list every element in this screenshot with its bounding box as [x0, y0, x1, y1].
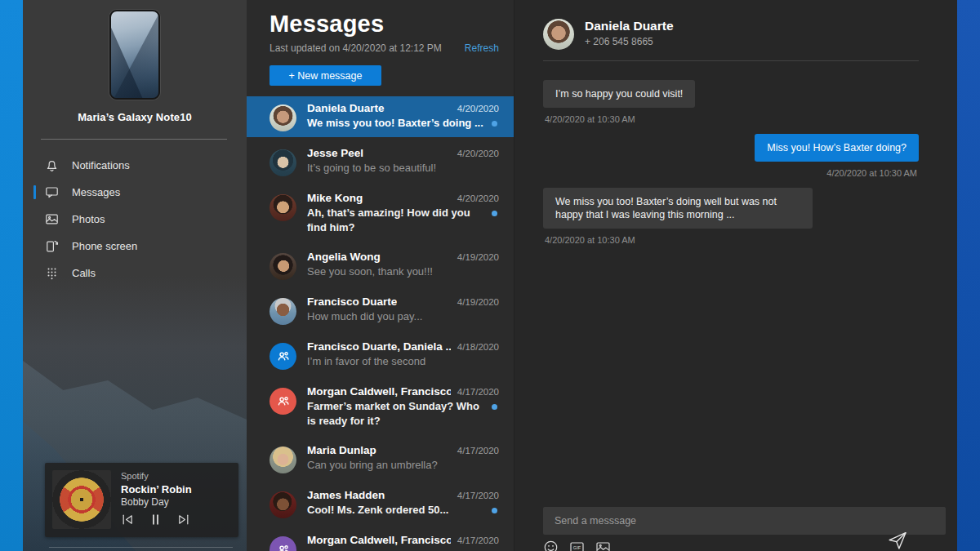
conversation-list[interactable]: Daniela Duarte4/20/2020 We miss you too!… — [247, 96, 514, 551]
conversation-row-maria-dunlap[interactable]: Maria Dunlap4/17/2020 Can you bring an u… — [247, 438, 514, 479]
device-name: Maria’s Galaxy Note10 — [23, 111, 247, 123]
message-timestamp: 4/20/2020 at 10:30 AM — [826, 168, 917, 178]
bell-icon — [45, 158, 59, 172]
selected-accent-bar — [33, 185, 36, 199]
chat-panel: Daniela Duarte + 206 545 8665 I’m so hap… — [514, 0, 957, 551]
conversation-name: James Hadden — [307, 489, 385, 501]
message-thread[interactable]: I’m so happy you could visit! 4/20/2020 … — [514, 61, 957, 255]
conversation-name: Morgan Caldwell, Francisco ... — [307, 385, 451, 398]
sidebar-item-phone-screen[interactable]: Phone screen — [23, 233, 247, 260]
sidebar-item-notifications[interactable]: Notifications — [23, 152, 247, 179]
composer-toolbar: GIF — [543, 540, 611, 551]
conversation-date: 4/20/2020 — [457, 104, 499, 113]
photos-icon — [45, 212, 59, 226]
conversation-date: 4/17/2020 — [457, 535, 499, 545]
desktop-wallpaper-right — [957, 0, 980, 551]
incoming-message-bubble: I’m so happy you could visit! — [543, 80, 695, 108]
sidebar-item-calls[interactable]: Calls — [23, 260, 247, 287]
message-input[interactable] — [543, 515, 946, 527]
conversation-preview: Can you bring an umbrella? — [307, 458, 499, 473]
avatar — [270, 253, 296, 280]
conversation-row-group-francisco-daniela[interactable]: Francisco Duarte, Daniela ...4/18/2020 I… — [247, 335, 514, 375]
message-timestamp: 4/20/2020 at 10:30 AM — [545, 114, 635, 124]
conversation-date: 4/20/2020 — [457, 149, 499, 158]
conversation-row-group-morgan-francisco-2[interactable]: Morgan Caldwell, Francisco ...4/17/2020 … — [247, 528, 514, 551]
sidebar-item-messages[interactable]: Messages — [23, 179, 247, 206]
player-track-title: Rockin’ Robin — [121, 483, 192, 495]
sidebar-divider — [41, 139, 227, 140]
page-title: Messages — [270, 11, 499, 38]
contact-avatar — [543, 19, 574, 50]
conversation-row-james-hadden[interactable]: James Hadden4/17/2020 Cool! Ms. Zenk ord… — [247, 483, 514, 524]
your-phone-app-window: Maria’s Galaxy Note10 Notifications Mess… — [0, 0, 980, 551]
attach-image-icon[interactable] — [595, 540, 611, 551]
sidebar-item-label: Notifications — [72, 159, 130, 171]
chat-header: Daniela Duarte + 206 545 8665 — [514, 0, 957, 50]
unread-dot — [492, 211, 497, 216]
messages-panel: Messages Last updated on 4/20/2020 at 12… — [247, 0, 514, 551]
conversation-name: Maria Dunlap — [307, 444, 376, 456]
sidebar-item-label: Calls — [72, 267, 96, 279]
conversation-name: Angelia Wong — [307, 251, 381, 263]
conversation-date: 4/19/2020 — [457, 252, 499, 262]
conversation-preview: I’m in favor of the second — [307, 354, 499, 369]
conversation-name: Francisco Duarte, Daniela ... — [307, 340, 451, 353]
media-player-card: Spotify Rockin’ Robin Bobby Day — [45, 463, 238, 537]
conversation-preview: Farmer’s market on Sunday? Who is ready … — [307, 399, 492, 429]
conversation-row-angelia-wong[interactable]: Angelia Wong4/19/2020 See you soon, than… — [247, 245, 514, 286]
sidebar-item-label: Messages — [72, 186, 120, 198]
new-message-button[interactable]: + New message — [270, 65, 381, 86]
emoji-icon[interactable] — [543, 540, 559, 551]
conversation-date: 4/20/2020 — [457, 193, 499, 203]
refresh-link[interactable]: Refresh — [465, 42, 499, 54]
group-avatar — [270, 536, 296, 551]
conversation-preview: See you soon, thank you!!! — [307, 264, 499, 279]
conversation-date: 4/17/2020 — [457, 387, 499, 397]
unread-dot — [492, 508, 497, 513]
send-icon[interactable] — [886, 529, 909, 551]
avatar — [270, 298, 296, 325]
conversation-row-mike-kong[interactable]: Mike Kong4/20/2020 Ah, that’s amazing! H… — [247, 186, 514, 241]
svg-text:GIF: GIF — [573, 545, 581, 550]
conversation-name: Daniela Duarte — [307, 102, 385, 114]
incoming-message-bubble: We miss you too! Baxter’s doing well but… — [543, 188, 813, 229]
previous-track-button[interactable] — [121, 513, 135, 526]
player-controls — [121, 513, 192, 526]
conversation-preview: Cool! Ms. Zenk ordered 50... — [307, 503, 492, 518]
contact-name: Daniela Duarte — [585, 19, 674, 33]
phone-preview-image — [109, 10, 160, 100]
avatar — [270, 104, 296, 131]
avatar — [270, 149, 296, 176]
player-artist: Bobby Day — [121, 496, 192, 508]
pause-button[interactable] — [149, 513, 163, 526]
conversation-row-jesse-peel[interactable]: Jesse Peel4/20/2020 It’s going to be so … — [247, 141, 514, 182]
conversation-row-francisco-duarte[interactable]: Francisco Duarte4/19/2020 How much did y… — [247, 290, 514, 331]
sidebar-item-label: Photos — [72, 213, 105, 225]
conversation-preview: We miss you too! Baxter’s doing ... — [307, 116, 492, 131]
conversation-date: 4/17/2020 — [457, 491, 499, 500]
conversation-date: 4/19/2020 — [457, 297, 499, 307]
conversation-preview: It’s going to be so beautiful! — [307, 161, 499, 176]
gif-icon[interactable]: GIF — [569, 540, 585, 551]
conversation-name: Morgan Caldwell, Francisco ... — [307, 534, 451, 546]
conversation-date: 4/18/2020 — [457, 342, 499, 352]
avatar — [270, 194, 296, 221]
sidebar-item-photos[interactable]: Photos — [23, 206, 247, 233]
conversation-name: Mike Kong — [307, 192, 363, 204]
chat-icon — [45, 185, 59, 199]
group-avatar — [270, 343, 296, 370]
sidebar-nav: Notifications Messages Photos — [23, 152, 247, 287]
sidebar-bottom-divider — [49, 547, 233, 548]
conversation-row-group-morgan-francisco[interactable]: Morgan Caldwell, Francisco ...4/17/2020 … — [247, 380, 514, 434]
next-track-button[interactable] — [176, 513, 190, 526]
sidebar-item-label: Phone screen — [72, 240, 137, 252]
conversation-preview: How much did you pay... — [307, 309, 499, 324]
outgoing-message-bubble: Miss you! How’s Baxter doing? — [755, 134, 919, 162]
conversation-name: Francisco Duarte — [307, 295, 397, 308]
album-art — [52, 470, 111, 529]
phone-screen-icon — [45, 239, 59, 253]
conversation-row-daniela-duarte[interactable]: Daniela Duarte4/20/2020 We miss you too!… — [247, 96, 514, 137]
message-timestamp: 4/20/2020 at 10:30 AM — [545, 235, 635, 245]
conversation-preview: Team offsite — [307, 548, 499, 551]
unread-dot — [492, 404, 497, 410]
